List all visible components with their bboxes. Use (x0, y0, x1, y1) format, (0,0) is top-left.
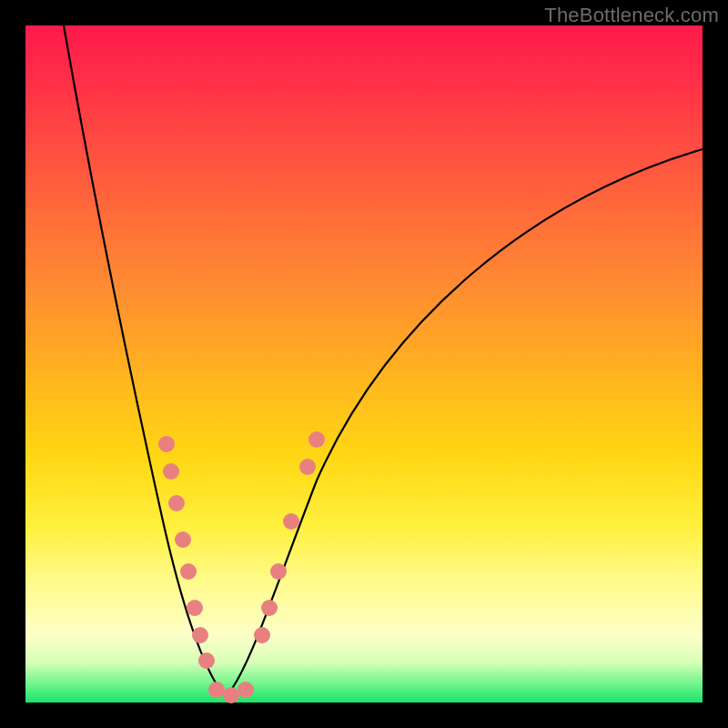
p-bottom-3 (238, 682, 254, 698)
p-right-1 (254, 627, 270, 643)
p-left-5 (180, 563, 197, 580)
p-right-5 (299, 459, 316, 475)
curve-left-branch (64, 25, 226, 697)
p-left-3 (168, 495, 185, 511)
p-left-2 (163, 463, 179, 480)
p-bottom-1 (208, 682, 225, 698)
p-right-4 (283, 513, 299, 530)
data-points (158, 431, 325, 703)
p-left-4 (175, 531, 191, 548)
p-left-1 (158, 436, 175, 452)
p-right-3 (270, 563, 287, 580)
p-left-6 (187, 600, 203, 616)
watermark-text: TheBottleneck.com (544, 4, 719, 27)
p-right-2 (261, 600, 278, 616)
p-right-6 (308, 431, 325, 448)
chart-svg (25, 25, 703, 703)
curve-right-branch (226, 149, 703, 697)
p-left-7 (192, 627, 208, 643)
p-bottom-2 (223, 687, 239, 703)
plot-frame (25, 25, 703, 703)
p-left-8 (198, 652, 215, 669)
